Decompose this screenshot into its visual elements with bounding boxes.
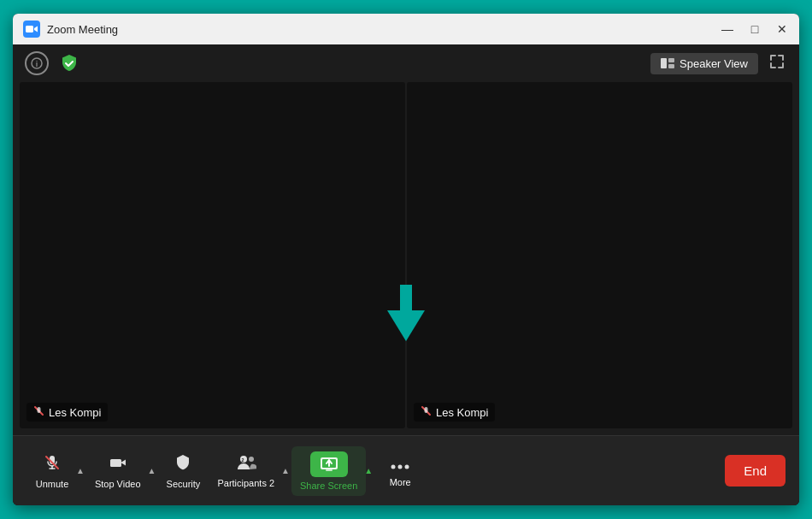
svg-rect-4: [668, 58, 674, 62]
more-button[interactable]: More: [374, 450, 426, 492]
more-label: More: [390, 477, 411, 487]
stop-video-chevron[interactable]: ▲: [146, 463, 158, 479]
mic-muted-icon-2: [421, 405, 432, 419]
toolbar-right: Speaker View: [650, 51, 787, 76]
share-screen-button[interactable]: Share Screen: [291, 446, 366, 496]
share-screen-group: Share Screen ▲: [291, 446, 374, 496]
zoom-logo-icon: [23, 21, 40, 38]
video-grid: Les Kompi Les Kompi: [13, 82, 799, 435]
svg-point-14: [249, 457, 254, 462]
unmute-chevron[interactable]: ▲: [74, 463, 86, 479]
svg-point-20: [398, 464, 403, 469]
window-controls: — □ ✕: [721, 22, 789, 36]
svg-text:2: 2: [241, 457, 244, 463]
more-group: More: [374, 450, 426, 492]
title-bar: Zoom Meeting — □ ✕: [13, 14, 799, 44]
more-icon: [391, 455, 409, 474]
security-group: Security: [157, 448, 209, 494]
toolbar-left: i: [25, 51, 81, 75]
share-screen-arrow-indicator: [387, 286, 425, 341]
svg-text:i: i: [36, 60, 38, 68]
meeting-top-toolbar: i Speaker View: [13, 44, 799, 82]
mic-muted-icon-1: [33, 405, 44, 419]
svg-rect-12: [110, 459, 121, 467]
security-icon: [174, 453, 192, 475]
security-label: Security: [167, 479, 201, 489]
svg-point-19: [391, 464, 396, 469]
share-screen-icon: [310, 451, 348, 477]
unmute-group: Unmute ▲: [26, 448, 86, 494]
unmute-button[interactable]: Unmute: [26, 448, 78, 494]
info-button[interactable]: i: [25, 51, 49, 75]
stop-video-button[interactable]: Stop Video: [86, 448, 150, 494]
participants-chevron[interactable]: ▲: [279, 463, 291, 479]
share-screen-label: Share Screen: [300, 481, 357, 491]
participant-name-1: Les Kompi: [26, 403, 108, 422]
speaker-view-icon: [661, 58, 674, 68]
maximize-button[interactable]: □: [748, 22, 762, 36]
close-button[interactable]: ✕: [775, 22, 789, 36]
stop-video-label: Stop Video: [95, 479, 141, 489]
video-panel-2: Les Kompi: [407, 82, 792, 428]
window-title: Zoom Meeting: [47, 23, 721, 36]
stop-video-group: Stop Video ▲: [86, 448, 158, 494]
arrow-stem: [400, 285, 412, 310]
svg-rect-5: [668, 64, 674, 68]
arrow-head: [387, 310, 425, 341]
speaker-view-button[interactable]: Speaker View: [650, 53, 758, 74]
svg-point-21: [405, 464, 409, 469]
svg-rect-18: [326, 469, 332, 471]
participants-button[interactable]: 2 Participants 2: [209, 449, 283, 493]
video-panel-1: Les Kompi: [20, 82, 405, 428]
mic-icon: [43, 453, 62, 475]
share-screen-chevron[interactable]: ▲: [362, 463, 374, 479]
unmute-label: Unmute: [36, 479, 69, 489]
participants-label: Participants 2: [217, 478, 274, 488]
end-button[interactable]: End: [725, 455, 786, 487]
security-button[interactable]: Security: [157, 448, 209, 494]
bottom-toolbar: Unmute ▲ Stop Video ▲: [13, 435, 799, 505]
participants-icon: 2: [236, 454, 256, 475]
participants-group: 2 Participants 2 ▲: [209, 449, 291, 493]
svg-rect-3: [661, 58, 667, 68]
zoom-window: Zoom Meeting — □ ✕ i: [13, 14, 799, 505]
meeting-content: i Speaker View: [13, 44, 799, 505]
camera-icon: [109, 453, 127, 475]
security-shield-icon[interactable]: [57, 51, 81, 75]
minimize-button[interactable]: —: [721, 22, 734, 36]
participant-name-2: Les Kompi: [414, 403, 495, 422]
fullscreen-button[interactable]: [767, 51, 787, 76]
